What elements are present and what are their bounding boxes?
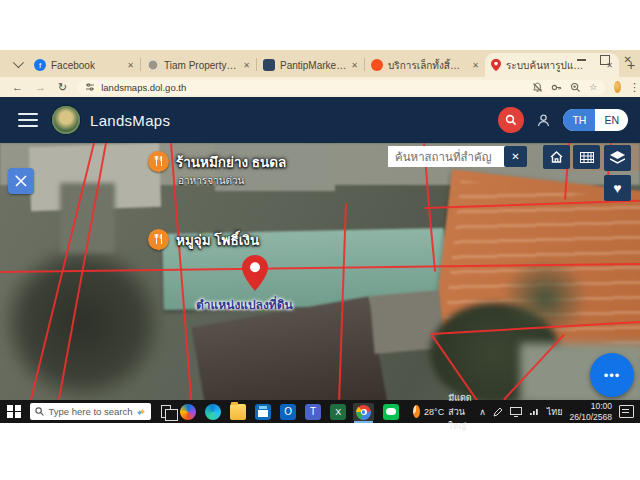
notifications-blocked-icon[interactable] — [532, 82, 543, 93]
map-search-clear-button[interactable]: ✕ — [504, 146, 527, 167]
browser-menu-icon[interactable]: ⋮ — [629, 81, 640, 94]
poi-restaurant-1[interactable]: ร้านหมึกย่าง ธนดล อาหารจานด่วน — [148, 151, 286, 188]
forward-button[interactable]: → — [35, 81, 46, 93]
heart-icon: ♥ — [613, 180, 621, 196]
pen-icon[interactable] — [493, 407, 503, 417]
teams-icon[interactable]: T — [305, 404, 321, 420]
close-window-icon[interactable]: ✕ — [624, 55, 632, 65]
clock-time: 10:00 — [569, 401, 612, 412]
dol-logo — [52, 106, 80, 134]
action-center-icon[interactable] — [619, 405, 634, 418]
tab-close-icon[interactable]: ✕ — [472, 61, 479, 70]
grid-icon — [580, 152, 594, 163]
page-title: LandsMaps — [90, 112, 170, 129]
header-search-button[interactable] — [498, 107, 524, 133]
map-search-input[interactable] — [388, 146, 514, 167]
poi-title: ร้านหมึกย่าง ธนดล — [176, 151, 286, 173]
tab-label: PantipMarket.com : My — [280, 60, 346, 71]
url-text: landsmaps.dol.go.th — [101, 82, 186, 93]
minimize-icon[interactable] — [577, 59, 586, 61]
pantipmarket-icon — [263, 59, 275, 71]
map-tools-button[interactable] — [8, 168, 34, 194]
tray-clock[interactable]: 10:00 26/10/2568 — [569, 401, 612, 422]
tab-label: บริการเล็กทั้งสิ้น | Hornet, the C — [388, 58, 466, 73]
tab-hornet[interactable]: บริการเล็กทั้งสิ้น | Hornet, the C ✕ — [365, 53, 485, 77]
language-toggle: TH EN — [563, 109, 628, 131]
weather-condition: มีแดดส่วนใหญ่ — [448, 391, 479, 433]
site-settings-icon[interactable] — [85, 82, 95, 92]
reload-button[interactable]: ↻ — [58, 81, 67, 94]
browser-tab-strip: f Facebook ✕ Tiam Property : Inspired by… — [0, 50, 640, 77]
weather-temp: 28°C — [424, 407, 444, 417]
task-view-button[interactable] — [161, 405, 171, 418]
map-more-fab[interactable]: ••• — [590, 353, 634, 397]
taskbar-search[interactable]: Type here to search ✦ — [30, 403, 152, 420]
fork-knife-icon — [154, 234, 164, 245]
omnibox-icons: ☆ — [532, 82, 597, 93]
restaurant-marker-icon — [148, 151, 169, 172]
lang-th-button[interactable]: TH — [563, 109, 595, 131]
map-pin-icon — [491, 59, 501, 71]
parcel-pin-icon[interactable] — [241, 255, 269, 291]
tray-language[interactable]: ไทย — [547, 405, 563, 419]
tab-label: Tiam Property : Inspired by : — [164, 60, 238, 71]
tab-pantipmarket[interactable]: PantipMarket.com : My ✕ — [257, 53, 364, 77]
tab-label: Facebook — [51, 60, 95, 71]
chevron-down-icon — [12, 56, 23, 67]
tab-close-icon[interactable]: ✕ — [243, 61, 250, 70]
favorites-button[interactable]: ♥ — [604, 175, 631, 201]
maximize-icon[interactable] — [600, 55, 610, 65]
windows-taskbar: Type here to search ✦ O T X 28°C มีแดดส่… — [0, 400, 640, 423]
tab-label: ระบบค้นหารูปแปลงที่ดิน (Lands — [506, 58, 584, 73]
tab-facebook[interactable]: f Facebook ✕ — [28, 53, 140, 77]
grid-view-button[interactable] — [573, 145, 600, 169]
search-icon — [35, 407, 44, 416]
display-icon[interactable] — [510, 407, 522, 417]
edge-icon[interactable] — [205, 404, 221, 420]
password-key-icon[interactable] — [551, 82, 562, 93]
menu-hamburger-icon[interactable] — [18, 113, 38, 127]
excel-icon[interactable]: X — [330, 404, 346, 420]
taskbar-weather[interactable]: 28°C มีแดดส่วนใหญ่ — [413, 391, 479, 433]
address-bar[interactable]: landsmaps.dol.go.th ☆ — [77, 80, 605, 95]
user-icon[interactable] — [536, 113, 551, 128]
file-explorer-icon[interactable] — [230, 404, 246, 420]
ellipsis-icon: ••• — [604, 368, 621, 383]
search-icon — [505, 114, 517, 126]
facebook-icon: f — [34, 59, 46, 71]
clock-date: 26/10/2568 — [569, 412, 612, 423]
back-button[interactable]: ← — [12, 81, 23, 93]
start-button[interactable] — [7, 405, 21, 419]
line-icon[interactable] — [383, 404, 399, 420]
poi-restaurant-2[interactable]: หมูจุ่ม โพธิ์เงิน — [148, 229, 259, 251]
tab-close-icon[interactable]: ✕ — [127, 61, 134, 70]
outlook-icon[interactable]: O — [280, 404, 296, 420]
header-actions: TH EN — [498, 107, 628, 133]
pencil-ruler-icon — [14, 174, 28, 188]
tab-close-icon[interactable]: ✕ — [351, 61, 358, 70]
tab-search-button[interactable] — [8, 55, 25, 72]
tray-expand-icon[interactable]: ∧ — [479, 407, 486, 417]
poi-title: หมูจุ่ม โพธิ์เงิน — [176, 229, 259, 251]
system-tray: ∧ ไทย 10:00 26/10/2568 — [479, 401, 634, 422]
lang-en-button[interactable]: EN — [595, 109, 628, 131]
screen: f Facebook ✕ Tiam Property : Inspired by… — [0, 0, 640, 480]
home-extent-button[interactable] — [543, 145, 570, 169]
tab-tiam-property[interactable]: Tiam Property : Inspired by : ✕ — [141, 53, 256, 77]
restaurant-marker-icon — [148, 229, 169, 250]
weather-icon — [413, 405, 420, 418]
browser-toolbar: ← → ↻ landsmaps.dol.go.th ☆ ⋮ — [0, 77, 640, 97]
layers-icon — [610, 151, 625, 165]
chrome-taskbar-button[interactable] — [353, 403, 374, 421]
profile-avatar[interactable] — [614, 81, 621, 93]
microsoft-store-icon[interactable] — [255, 404, 271, 420]
fork-knife-icon — [154, 156, 164, 167]
satellite-imagery — [0, 143, 640, 400]
bookmark-star-icon[interactable]: ☆ — [589, 82, 597, 92]
zoom-icon[interactable] — [570, 82, 581, 93]
layers-button[interactable] — [604, 145, 631, 171]
copilot-sparkle-icon: ✦ — [139, 407, 147, 417]
satellite-map[interactable]: ร้านหมึกย่าง ธนดล อาหารจานด่วน หมูจุ่ม โ… — [0, 143, 640, 400]
copilot-icon[interactable] — [180, 404, 196, 420]
network-icon[interactable] — [529, 407, 540, 416]
